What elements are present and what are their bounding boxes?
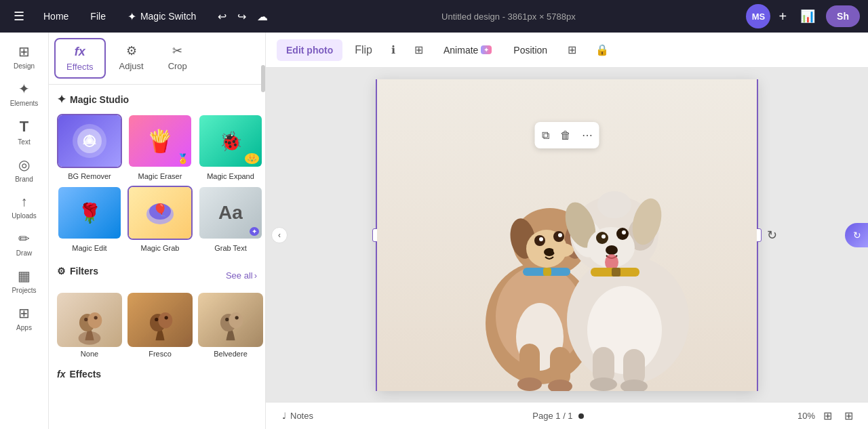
zoom-controls: 10% ⊞ ⊞: [797, 407, 857, 425]
svg-point-9: [87, 312, 102, 329]
svg-point-3: [87, 139, 92, 143]
effects-tab-label: Effects: [66, 62, 94, 72]
grid-icon-btn[interactable]: ⊞: [408, 39, 430, 60]
svg-point-13: [158, 312, 172, 329]
svg-point-11: [94, 316, 98, 319]
add-collaborator-btn[interactable]: +: [776, 6, 789, 27]
user-avatar-btn[interactable]: MS: [746, 4, 770, 28]
sidebar-label-projects: Projects: [12, 287, 36, 294]
animate-label: Animate: [443, 45, 478, 56]
tool-magic-eraser[interactable]: 🍟 🏅 Magic Eraser: [127, 114, 193, 180]
magic-tools-grid: BG Remover 🍟 🏅 Magic Eraser: [57, 114, 257, 252]
animate-badge: ✦: [481, 45, 492, 54]
sidebar-item-projects[interactable]: ▦ Projects: [0, 262, 48, 300]
sidebar-item-uploads[interactable]: ↑ Uploads: [0, 188, 48, 225]
canvas-top-controls: ⧉ 🗑 ⋯: [535, 122, 599, 148]
filters-label: Filters: [70, 266, 98, 277]
redo-btn[interactable]: ↪: [235, 7, 249, 26]
sidebar-label-uploads: Uploads: [12, 212, 37, 220]
cloud-save-btn[interactable]: ☁: [254, 7, 271, 26]
tool-magic-grab[interactable]: 🎈 Magic Grab: [127, 186, 193, 252]
filter-belvedere[interactable]: Belvedere: [198, 293, 263, 358]
hamburger-menu[interactable]: ☰: [8, 6, 30, 26]
magic-grab-label: Magic Grab: [141, 244, 180, 252]
sidebar-item-draw[interactable]: ✏ Draw: [0, 225, 48, 262]
filter-belvedere-label: Belvedere: [214, 350, 248, 358]
crop-tab-label: Crop: [168, 61, 187, 71]
canvas-section: Edit photo Flip ℹ ⊞ Animate ✦ Position ⊞…: [266, 33, 868, 429]
effects-fx-icon: fx: [57, 369, 65, 380]
brand-icon: ◎: [18, 157, 30, 173]
tab-effects[interactable]: fx Effects: [54, 38, 106, 79]
notes-icon: ♩: [282, 411, 286, 421]
position-btn[interactable]: Position: [505, 41, 555, 60]
filter-belvedere-thumb: [198, 293, 263, 347]
svg-point-32: [544, 248, 555, 256]
tool-bg-remover[interactable]: BG Remover: [57, 114, 122, 180]
sidebar-item-apps[interactable]: ⊞ Apps: [0, 300, 48, 337]
info-btn[interactable]: ℹ: [384, 39, 402, 60]
canvas-more-btn[interactable]: ⋯: [578, 125, 597, 146]
filter-none[interactable]: None: [57, 293, 122, 358]
magic-eraser-thumb: 🍟 🏅: [127, 114, 193, 168]
tool-magic-expand[interactable]: 🐞 👑 Magic Expand: [198, 114, 263, 180]
canvas-delete-btn[interactable]: 🗑: [556, 125, 575, 146]
sidebar-item-design[interactable]: ⊞ Design: [0, 38, 48, 75]
panel-scroll-indicator: [261, 65, 265, 92]
share-btn[interactable]: Sh: [826, 5, 860, 27]
canvas-copy-btn[interactable]: ⧉: [538, 125, 553, 146]
svg-point-19: [235, 316, 239, 319]
flip-btn[interactable]: Flip: [348, 40, 379, 60]
svg-point-58: [590, 377, 617, 391]
svg-rect-55: [612, 268, 620, 277]
notes-btn[interactable]: ♩ Notes: [277, 408, 319, 424]
stats-btn[interactable]: 📊: [795, 6, 821, 26]
grab-text-image: Aa ✦: [199, 187, 262, 239]
filter-fresco-label: Fresco: [149, 350, 172, 358]
rotate-handle[interactable]: ↻: [767, 228, 777, 243]
sidebar-label-elements: Elements: [10, 100, 39, 107]
magic-switch-btn[interactable]: ✦ Magic Switch: [119, 6, 204, 27]
lock-btn[interactable]: 🔒: [589, 39, 616, 60]
filter-none-label: None: [81, 350, 98, 358]
sidebar-label-brand: Brand: [15, 176, 33, 183]
home-nav-btn[interactable]: Home: [35, 7, 77, 26]
magic-expand-image: 🐞 👑: [199, 115, 262, 167]
svg-point-37: [517, 377, 542, 391]
svg-point-30: [539, 237, 543, 241]
magic-switch-icon: ✦: [127, 10, 136, 23]
tool-magic-edit[interactable]: 🌹 Magic Edit: [57, 186, 122, 252]
sidebar-item-text[interactable]: T Text: [0, 113, 48, 151]
animate-btn[interactable]: Animate ✦: [435, 41, 500, 60]
chevron-right-icon: ›: [254, 270, 257, 281]
filter-fresco[interactable]: Fresco: [127, 293, 193, 358]
feedback-btn[interactable]: ↻: [845, 223, 868, 247]
apps-icon: ⊞: [18, 305, 30, 321]
text-icon: T: [20, 118, 28, 136]
magic-studio-label: Magic Studio: [70, 94, 129, 105]
zoom-in-btn[interactable]: ⊞: [840, 408, 857, 424]
grab-text-label: Grab Text: [214, 244, 247, 252]
filters-header: ⚙ Filters See all ›: [57, 266, 257, 285]
grab-text-badge: ✦: [250, 227, 259, 236]
see-all-filters-btn[interactable]: See all ›: [226, 270, 257, 281]
magic-grab-image: 🎈: [129, 187, 191, 239]
sidebar-item-brand[interactable]: ◎ Brand: [0, 151, 48, 188]
sidebar-item-elements[interactable]: ✦ Elements: [0, 75, 48, 113]
file-nav-btn[interactable]: File: [82, 7, 114, 26]
filters-section-title: ⚙ Filters: [57, 266, 98, 277]
zoom-grid-btn[interactable]: ⊞: [821, 407, 835, 425]
zoom-level: 10%: [797, 411, 815, 421]
tool-grab-text[interactable]: Aa ✦ Grab Text: [198, 186, 263, 252]
edit-photo-btn[interactable]: Edit photo: [277, 39, 342, 61]
svg-point-50: [601, 234, 606, 239]
tab-adjust[interactable]: ⚙ Adjust: [108, 38, 155, 79]
sidebar-label-design: Design: [14, 62, 35, 70]
effects-section-label: Effects: [69, 369, 101, 380]
transparency-btn[interactable]: ⊞: [561, 39, 583, 60]
svg-point-15: [165, 316, 168, 319]
undo-btn[interactable]: ↩: [215, 7, 229, 26]
tab-crop[interactable]: ✂ Crop: [157, 38, 198, 79]
svg-point-17: [229, 312, 243, 329]
sidebar-icons: ⊞ Design ✦ Elements T Text ◎ Brand ↑ Upl…: [0, 33, 49, 429]
